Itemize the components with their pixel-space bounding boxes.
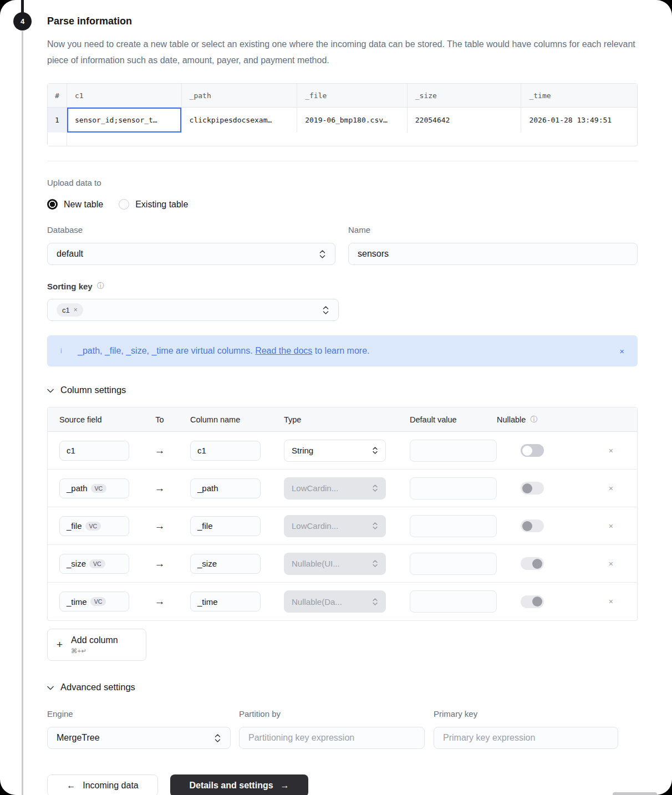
nullable-toggle-disabled bbox=[521, 482, 544, 495]
map-arrow-icon: → bbox=[155, 520, 165, 532]
default-value-input[interactable] bbox=[410, 553, 497, 575]
column-settings-toggle[interactable]: Column settings bbox=[47, 385, 638, 395]
chevron-down-icon bbox=[47, 682, 54, 692]
table-name-value: sensors bbox=[358, 249, 389, 259]
preview-header-size[interactable]: _size bbox=[408, 84, 522, 108]
source-field-input[interactable]: _pathVC bbox=[59, 478, 129, 498]
preview-divider bbox=[47, 161, 638, 161]
column-row-c1: c1 → c1 String × bbox=[48, 432, 637, 470]
name-label: Name bbox=[348, 225, 638, 235]
chevron-updown-icon bbox=[319, 249, 326, 259]
engine-label: Engine bbox=[47, 709, 239, 718]
upload-data-to-label: Upload data to bbox=[47, 178, 638, 187]
advanced-settings-toggle[interactable]: Advanced settings bbox=[47, 682, 638, 692]
radio-selected-icon[interactable] bbox=[47, 199, 58, 210]
preview-cell-size[interactable]: 22054642 bbox=[408, 108, 522, 132]
preview-cell-path[interactable]: clickpipesdocsexam… bbox=[182, 108, 298, 132]
preview-header-time[interactable]: _time bbox=[521, 84, 637, 108]
source-field-input[interactable]: _sizeVC bbox=[59, 554, 129, 574]
banner-close-icon[interactable]: × bbox=[619, 346, 624, 356]
sorting-key-select[interactable]: c1 × bbox=[47, 299, 339, 321]
add-column-button[interactable]: + Add column ⌘+↵ bbox=[47, 629, 146, 661]
database-label: Database bbox=[47, 225, 348, 235]
map-arrow-icon: → bbox=[155, 445, 165, 457]
nullable-toggle[interactable] bbox=[521, 444, 544, 457]
column-name-input[interactable]: _time bbox=[190, 592, 261, 611]
preview-cell-file[interactable]: 2019-06_bmp180.csv… bbox=[297, 108, 408, 132]
radio-existing-table[interactable]: Existing table bbox=[119, 199, 188, 210]
header-type: Type bbox=[284, 415, 386, 424]
engine-select[interactable]: MergeTree bbox=[47, 727, 231, 749]
engine-value: MergeTree bbox=[57, 733, 100, 743]
nullable-info-icon[interactable]: ⓘ bbox=[530, 415, 537, 425]
table-name-input[interactable]: sensors bbox=[348, 243, 638, 265]
info-icon: i bbox=[60, 347, 78, 355]
column-settings-title: Column settings bbox=[60, 385, 126, 395]
partition-by-input[interactable]: Partitioning key expression bbox=[239, 727, 425, 749]
stepper-connector-top bbox=[21, 0, 24, 13]
parse-information-panel: 4 Parse information Now you need to crea… bbox=[0, 0, 672, 795]
column-row-path: _pathVC → _path LowCardin... × bbox=[48, 470, 637, 507]
read-the-docs-link[interactable]: Read the docs bbox=[255, 346, 312, 355]
database-select[interactable]: default bbox=[47, 243, 335, 265]
column-name-input[interactable]: c1 bbox=[190, 441, 261, 461]
preview-header-path[interactable]: _path bbox=[182, 84, 298, 108]
default-value-input[interactable] bbox=[410, 477, 497, 500]
type-select[interactable]: String bbox=[284, 440, 386, 462]
back-arrow-icon: ← bbox=[67, 781, 75, 791]
default-value-input[interactable] bbox=[410, 515, 497, 537]
column-name-input[interactable]: _file bbox=[190, 516, 261, 536]
radio-existing-table-label: Existing table bbox=[135, 200, 188, 210]
column-name-input[interactable]: _path bbox=[190, 478, 261, 498]
column-name-input[interactable]: _size bbox=[190, 554, 261, 574]
source-field-input[interactable]: _fileVC bbox=[59, 516, 129, 536]
remove-column-icon[interactable]: × bbox=[609, 597, 613, 606]
column-settings-header-row: Source field To Column name Type Default… bbox=[48, 407, 637, 432]
header-source-field: Source field bbox=[59, 415, 129, 424]
partition-by-label: Partition by bbox=[239, 709, 434, 718]
virtual-columns-banner: i _path, _file, _size, _time are virtual… bbox=[47, 335, 638, 366]
map-arrow-icon: → bbox=[155, 482, 165, 495]
preview-empty-row bbox=[48, 132, 637, 146]
add-column-shortcut: ⌘+↵ bbox=[71, 647, 118, 655]
source-field-input[interactable]: _timeVC bbox=[59, 592, 129, 611]
radio-new-table[interactable]: New table bbox=[47, 199, 103, 210]
virtual-column-badge: VC bbox=[90, 597, 106, 606]
step-number-badge: 4 bbox=[13, 12, 32, 30]
sorting-key-chip: c1 × bbox=[57, 303, 83, 317]
radio-new-table-label: New table bbox=[64, 200, 103, 210]
default-value-input[interactable] bbox=[410, 590, 497, 613]
chevron-updown-icon bbox=[214, 733, 221, 743]
nullable-toggle-on-disabled bbox=[521, 595, 544, 608]
default-value-input[interactable] bbox=[410, 440, 497, 462]
virtual-column-badge: VC bbox=[89, 559, 105, 568]
preview-header-num: # bbox=[48, 84, 67, 108]
chip-remove-icon[interactable]: × bbox=[74, 306, 78, 314]
remove-column-icon[interactable]: × bbox=[609, 522, 613, 531]
preview-cell-c1-selected[interactable]: sensor_id;sensor_t… bbox=[67, 108, 182, 132]
preview-cell-rownum: 1 bbox=[48, 108, 67, 132]
map-arrow-icon: → bbox=[155, 558, 165, 570]
source-field-input[interactable]: c1 bbox=[59, 441, 129, 461]
preview-header-file[interactable]: _file bbox=[297, 84, 408, 108]
header-column-name: Column name bbox=[190, 415, 261, 424]
step-number: 4 bbox=[21, 17, 24, 26]
radio-unselected-icon[interactable] bbox=[119, 199, 129, 210]
incoming-data-button[interactable]: ← Incoming data bbox=[47, 774, 158, 795]
remove-column-icon[interactable]: × bbox=[609, 559, 613, 568]
plus-icon: + bbox=[57, 639, 63, 651]
preview-cell-time[interactable]: 2026-01-28 13:49:51 bbox=[521, 108, 637, 132]
preview-header-c1[interactable]: c1 bbox=[67, 84, 182, 108]
incoming-data-label: Incoming data bbox=[83, 781, 139, 791]
remove-column-icon[interactable]: × bbox=[609, 484, 613, 493]
partition-by-placeholder: Partitioning key expression bbox=[248, 733, 354, 743]
stepper-connector-bottom bbox=[22, 31, 23, 795]
sorting-key-info-icon[interactable]: ⓘ bbox=[97, 281, 104, 291]
map-arrow-icon: → bbox=[155, 595, 165, 608]
primary-key-input[interactable]: Primary key expression bbox=[434, 727, 618, 749]
details-and-settings-button[interactable]: Details and settings → bbox=[170, 774, 308, 795]
remove-column-icon[interactable]: × bbox=[609, 446, 613, 455]
column-row-file: _fileVC → _file LowCardin... × bbox=[48, 507, 637, 545]
chevron-updown-icon bbox=[322, 305, 329, 315]
header-default-value: Default value bbox=[410, 415, 497, 424]
